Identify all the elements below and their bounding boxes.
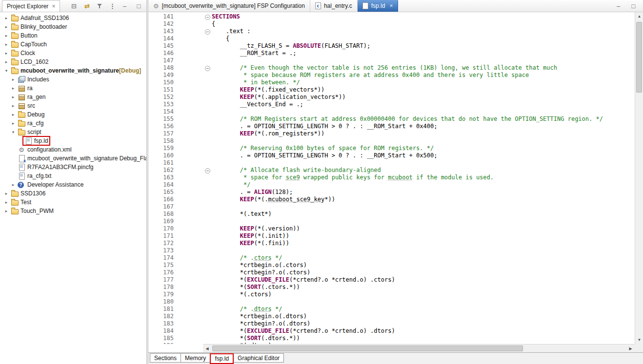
line-number: 163 bbox=[148, 174, 177, 181]
expand-arrow-icon[interactable]: ▸ bbox=[3, 59, 10, 64]
fold-spacer bbox=[204, 254, 212, 262]
collapse-arrow-icon[interactable]: ▾ bbox=[3, 68, 10, 73]
tree-item-fsp-ld[interactable]: fsp.ld bbox=[0, 136, 146, 145]
tree-item-body: LCD_1602 bbox=[10, 58, 49, 66]
horizontal-scroll-thumb[interactable] bbox=[212, 345, 523, 351]
code-text: * space for sce9 wrapped public keys for… bbox=[212, 174, 494, 181]
expand-arrow-icon[interactable]: ▸ bbox=[10, 77, 17, 82]
tree-item-touch-pwm[interactable]: ▸Touch_PWM bbox=[0, 207, 146, 215]
expand-arrow-icon[interactable]: ▸ bbox=[10, 182, 17, 187]
tree-item-ra-cfg[interactable]: ▸ra_cfg bbox=[0, 119, 146, 128]
tree-item-lcd-1602[interactable]: ▸LCD_1602 bbox=[0, 57, 146, 66]
line-number: 185 bbox=[148, 335, 177, 342]
editor-tab-hal-entry-c[interactable]: chal_entry.c bbox=[310, 0, 358, 12]
fold-spacer bbox=[204, 247, 212, 254]
expand-arrow-icon[interactable]: ▸ bbox=[3, 42, 10, 47]
code-line: 177 *(EXCLUDE_FILE(*crtend?.o *crtend.o)… bbox=[148, 276, 635, 284]
fold-spacer bbox=[204, 101, 212, 108]
tree-item-configuration-xml[interactable]: ⚙configuration.xml bbox=[0, 145, 146, 154]
filter-icon[interactable] bbox=[97, 3, 103, 9]
code-line: 171 KEEP(*(.init)) bbox=[148, 232, 635, 240]
bottom-tab-label: Memory bbox=[185, 355, 206, 362]
vertical-scroll-thumb[interactable] bbox=[636, 22, 642, 93]
scroll-down-icon[interactable]: ▼ bbox=[635, 336, 643, 344]
tree-item-r7fa2a1ab3cfm-pincfg[interactable]: R7FA2A1AB3CFM.pincfg bbox=[0, 163, 146, 172]
tree-item-clock[interactable]: ▸Clock bbox=[0, 49, 146, 57]
tree-item-body: ra_cfg.txt bbox=[17, 172, 52, 180]
editor-tab-fsp-ld[interactable]: fsp.ld× bbox=[358, 0, 399, 12]
tree-item-adafruit-ssd1306[interactable]: ▸Adafruit_SSD1306 bbox=[0, 14, 146, 22]
expand-arrow-icon[interactable]: ▸ bbox=[3, 191, 10, 196]
link-with-editor-icon[interactable]: ⇄ bbox=[83, 2, 91, 10]
expand-arrow-icon[interactable]: ▸ bbox=[3, 51, 10, 56]
line-number: 166 bbox=[148, 196, 177, 203]
scroll-left-icon[interactable]: ◀ bbox=[203, 345, 211, 353]
bottom-tab-sections[interactable]: Sections bbox=[150, 353, 181, 363]
tree-item-mcuboot-overwrite-with-signature[interactable]: ▾mcuboot_overwrite_with_signature [Debug… bbox=[0, 66, 146, 75]
minimize-icon[interactable]: – bbox=[615, 2, 622, 10]
tree-item-mcuboot-overwrite-with-signature-debug-fla[interactable]: mcuboot_overwrite_with_signature Debug_F… bbox=[0, 154, 146, 163]
tree-item-ssd1306[interactable]: ▸SSD1306 bbox=[0, 189, 146, 198]
tree-item-body: mcuboot_overwrite_with_signature Debug_F… bbox=[17, 154, 146, 162]
expand-arrow-icon[interactable]: ▸ bbox=[3, 33, 10, 38]
expand-arrow-icon[interactable]: ▸ bbox=[10, 112, 17, 117]
bottom-tab-fsp-ld[interactable]: fsp.ld bbox=[210, 353, 234, 364]
close-view-icon[interactable]: × bbox=[52, 3, 55, 10]
tree-item-label: Blinky_bootloader bbox=[20, 23, 67, 30]
tree-item-ra-cfg-txt[interactable]: ra_cfg.txt bbox=[0, 172, 146, 180]
fold-spacer bbox=[204, 306, 212, 313]
tree-item-blinky-bootloader[interactable]: ▸Blinky_bootloader bbox=[0, 22, 146, 31]
expand-arrow-icon[interactable]: ▸ bbox=[3, 24, 10, 29]
horizontal-scrollbar[interactable]: ◀ ▶ bbox=[203, 344, 635, 352]
tree-item-label: CapTouch bbox=[20, 41, 47, 48]
tree-item-developer-assistance[interactable]: ▸?Developer Assistance bbox=[0, 180, 146, 189]
tree-item-debug[interactable]: ▸Debug bbox=[0, 110, 146, 119]
line-number: 172 bbox=[148, 240, 177, 247]
tree-item-ra-gen[interactable]: ▸ra_gen bbox=[0, 93, 146, 101]
vertical-scrollbar[interactable]: ▲ ▼ bbox=[635, 12, 643, 344]
code-line: 158 bbox=[148, 137, 635, 145]
tree-item-body: ra_gen bbox=[17, 93, 46, 101]
view-menu-icon[interactable]: ⋮ bbox=[109, 2, 116, 10]
bottom-tab-graphical-editor[interactable]: Graphical Editor bbox=[233, 353, 284, 363]
project-explorer-view-tab[interactable]: Project Explorer × bbox=[2, 0, 60, 12]
collapse-all-icon[interactable]: ⊟ bbox=[70, 2, 78, 10]
expand-arrow-icon[interactable]: ▸ bbox=[3, 200, 10, 205]
expand-arrow-icon[interactable]: ▸ bbox=[3, 209, 10, 213]
expand-arrow-icon[interactable]: ▸ bbox=[10, 121, 17, 126]
maximize-icon[interactable]: □ bbox=[135, 2, 142, 10]
code-text: KEEP(*(.fixed_vectors*)) bbox=[212, 86, 324, 94]
bottom-tab-memory[interactable]: Memory bbox=[181, 353, 210, 363]
editor-tab-mcuboot-overwrite-with-signature-fsp-configuration[interactable]: ⚙[mcuboot_overwrite_with_signature] FSP … bbox=[148, 0, 310, 12]
fold-collapse-icon[interactable] bbox=[204, 13, 212, 20]
expand-arrow-icon[interactable]: ▸ bbox=[10, 86, 17, 91]
tree-item-includes[interactable]: ▸Includes bbox=[0, 75, 146, 84]
scroll-right-icon[interactable]: ▶ bbox=[626, 345, 635, 353]
tree-item-body: mcuboot_overwrite_with_signature [Debug] bbox=[10, 67, 142, 75]
close-tab-icon[interactable]: × bbox=[389, 2, 393, 9]
tree-item-test[interactable]: ▸Test bbox=[0, 198, 146, 207]
expand-arrow-icon[interactable]: ▸ bbox=[3, 16, 10, 20]
tree-item-src[interactable]: ▸src bbox=[0, 101, 146, 110]
maximize-icon[interactable]: □ bbox=[630, 2, 637, 10]
fold-collapse-icon[interactable] bbox=[204, 64, 212, 72]
code-editor[interactable]: 141SECTIONS142{143 .text :144 {145 __tz_… bbox=[148, 12, 635, 344]
tree-item-script[interactable]: ▾script bbox=[0, 128, 146, 136]
minimize-icon[interactable]: – bbox=[121, 2, 128, 10]
expand-arrow-icon[interactable]: ▸ bbox=[10, 95, 17, 99]
project-explorer-header: Project Explorer × ⊟⇄⋮ –□ bbox=[0, 0, 146, 12]
fold-collapse-icon[interactable] bbox=[204, 167, 212, 174]
code-text: KEEP(*(.application_vectors*)) bbox=[212, 94, 346, 101]
code-text: /* Allocate flash write-boundary-aligned bbox=[212, 167, 381, 174]
tree-item-button[interactable]: ▸Button bbox=[0, 31, 146, 40]
expand-arrow-icon[interactable]: ▸ bbox=[10, 103, 17, 108]
line-number: 148 bbox=[148, 64, 177, 72]
scroll-up-icon[interactable]: ▲ bbox=[635, 12, 643, 20]
code-line: 175 *crtbegin.o(.ctors) bbox=[148, 262, 635, 269]
fold-collapse-icon[interactable] bbox=[204, 28, 212, 35]
bottom-tab-label: fsp.ld bbox=[215, 355, 229, 362]
tree-item-captouch[interactable]: ▸CapTouch bbox=[0, 40, 146, 49]
tree-item-ra[interactable]: ▸ra bbox=[0, 84, 146, 93]
fold-spacer bbox=[204, 291, 212, 298]
collapse-arrow-icon[interactable]: ▾ bbox=[10, 130, 17, 134]
